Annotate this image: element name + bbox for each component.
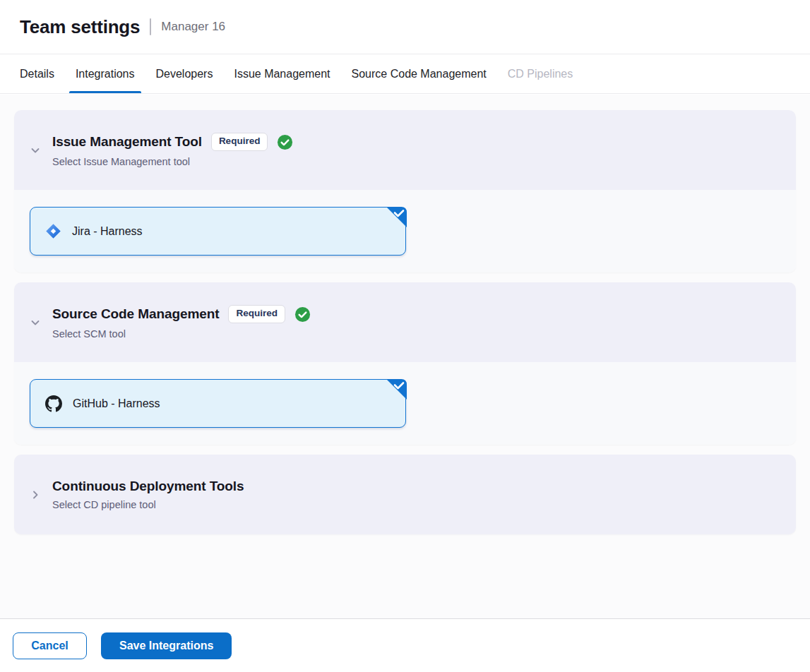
- page-title: Team settings: [20, 16, 140, 38]
- tab-source-code-management[interactable]: Source Code Management: [352, 54, 487, 93]
- tool-card-jira[interactable]: Jira - Harness: [30, 207, 406, 256]
- section-scm-header[interactable]: Source Code Management Required Select S…: [14, 282, 796, 362]
- page-subtitle: Manager 16: [161, 20, 225, 34]
- tab-details[interactable]: Details: [20, 54, 54, 93]
- selected-corner-check-icon: [385, 207, 407, 229]
- section-header-text: Source Code Management Required Select S…: [52, 305, 311, 339]
- title-divider: [150, 18, 151, 35]
- section-title: Issue Management Tool: [52, 134, 202, 150]
- section-title: Continuous Deployment Tools: [52, 479, 244, 494]
- chevron-down-icon[interactable]: [30, 145, 41, 156]
- cancel-button[interactable]: Cancel: [13, 632, 87, 659]
- section-scm-body: GitHub - Harness: [14, 362, 796, 445]
- selected-corner-check-icon: [385, 379, 407, 401]
- section-title: Source Code Management: [52, 306, 219, 322]
- tool-card-github[interactable]: GitHub - Harness: [30, 379, 406, 428]
- tab-bar: Details Integrations Developers Issue Ma…: [0, 54, 810, 94]
- section-issue-management-header[interactable]: Issue Management Tool Required Select Is…: [14, 110, 796, 190]
- section-subtitle: Select SCM tool: [52, 328, 311, 340]
- section-subtitle: Select CD pipeline tool: [52, 499, 244, 510]
- section-subtitle: Select Issue Management tool: [52, 156, 293, 167]
- save-integrations-button[interactable]: Save Integrations: [101, 632, 232, 659]
- tab-integrations[interactable]: Integrations: [76, 54, 135, 93]
- section-header-text: Continuous Deployment Tools Select CD pi…: [52, 479, 244, 510]
- integrations-content: Issue Management Tool Required Select Is…: [0, 95, 810, 618]
- required-badge: Required: [211, 133, 268, 150]
- section-continuous-deployment-tools[interactable]: Continuous Deployment Tools Select CD pi…: [14, 455, 796, 534]
- github-icon: [45, 395, 62, 412]
- section-issue-management-body: Jira - Harness: [14, 190, 796, 272]
- success-check-icon: [277, 134, 293, 150]
- jira-icon: [45, 223, 61, 239]
- section-header-text: Issue Management Tool Required Select Is…: [52, 133, 293, 167]
- tab-cd-pipelines: CD Pipelines: [508, 54, 573, 93]
- required-badge: Required: [228, 305, 285, 323]
- chevron-down-icon[interactable]: [30, 317, 41, 328]
- tab-developers[interactable]: Developers: [156, 54, 213, 93]
- section-issue-management-tool: Issue Management Tool Required Select Is…: [14, 110, 796, 272]
- footer-action-bar: Cancel Save Integrations: [0, 618, 810, 672]
- success-check-icon: [294, 306, 311, 323]
- section-source-code-management: Source Code Management Required Select S…: [14, 282, 796, 445]
- page-header: Team settings Manager 16: [0, 0, 810, 54]
- tool-card-label: Jira - Harness: [72, 225, 143, 238]
- chevron-right-icon[interactable]: [30, 489, 41, 500]
- tool-card-label: GitHub - Harness: [73, 397, 160, 410]
- tab-issue-management[interactable]: Issue Management: [234, 54, 330, 93]
